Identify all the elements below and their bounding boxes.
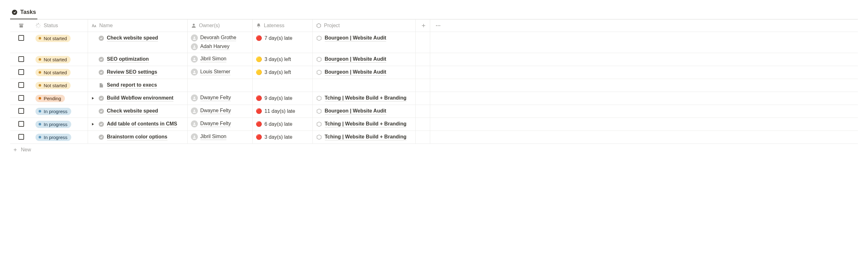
avatar-icon — [191, 95, 198, 101]
plus-icon — [13, 147, 18, 152]
table-row[interactable]: In progressCheck website speedDwayne Fel… — [10, 105, 858, 118]
view-tab-bar: Tasks — [10, 6, 858, 19]
lateness-indicator-icon: 🔴 — [256, 135, 262, 140]
lateness-indicator-icon: 🟡 — [256, 57, 262, 62]
status-pill[interactable]: In progress — [35, 108, 71, 115]
svg-point-21 — [193, 97, 195, 98]
status-pill[interactable]: Pending — [35, 95, 65, 102]
owner-name: Adah Harvey — [200, 44, 230, 50]
owner-chip[interactable]: Jibril Simon — [191, 133, 227, 140]
status-label: Not started — [44, 36, 67, 41]
more-horizontal-icon[interactable] — [435, 23, 441, 29]
table-row[interactable]: Not startedSend report to execs — [10, 79, 858, 92]
task-name[interactable]: Check website speed — [107, 108, 158, 114]
task-name[interactable]: Send report to execs — [107, 82, 157, 89]
column-header-lateness[interactable]: Lateness — [252, 20, 312, 32]
status-label: Not started — [44, 83, 67, 88]
svg-point-23 — [193, 110, 195, 111]
task-name[interactable]: Check website speed — [107, 35, 158, 41]
todo-checkmark-icon — [98, 108, 104, 114]
svg-point-9 — [193, 24, 195, 26]
table-row[interactable]: Not startedCheck website speedDevorah Gr… — [10, 32, 858, 53]
owner-chip[interactable]: Jibril Simon — [191, 56, 227, 63]
plus-icon[interactable] — [421, 23, 426, 29]
row-checkbox[interactable] — [18, 35, 24, 41]
status-dot-icon — [39, 84, 41, 86]
tab-label: Tasks — [20, 9, 36, 15]
column-header-more[interactable] — [430, 20, 858, 32]
owner-chip[interactable]: Dwayne Felty — [191, 107, 231, 114]
status-pill[interactable]: Not started — [35, 35, 70, 42]
task-name[interactable]: Brainstorm color options — [107, 134, 167, 140]
task-name[interactable]: Review SEO settings — [107, 69, 157, 75]
status-label: In progress — [44, 109, 67, 114]
table-row[interactable]: In progressBrainstorm color optionsJibri… — [10, 131, 858, 144]
project-link[interactable]: Bourgeon | Website Audit — [325, 35, 386, 41]
owner-chip[interactable]: Dwayne Felty — [191, 95, 231, 101]
status-label: In progress — [44, 135, 67, 140]
status-pill[interactable]: In progress — [35, 134, 71, 141]
project-link[interactable]: Bourgeon | Website Audit — [325, 108, 386, 114]
row-checkbox[interactable] — [18, 134, 24, 140]
task-name[interactable]: Add table of contents in CMS — [107, 121, 177, 127]
owner-name: Dwayne Felty — [200, 121, 231, 127]
row-checkbox[interactable] — [18, 121, 24, 127]
project-link[interactable]: Tching | Website Build + Branding — [325, 95, 407, 101]
column-header-status[interactable]: Status — [32, 20, 88, 32]
owner-chip[interactable]: Dwayne Felty — [191, 120, 231, 127]
checkmark-circle-icon — [11, 9, 18, 15]
svg-point-12 — [439, 25, 440, 26]
lateness-text: 7 day(s) late — [265, 35, 292, 41]
owner-chip[interactable]: Adah Harvey — [191, 43, 230, 50]
owner-chip[interactable]: Devorah Grothe — [191, 34, 237, 41]
column-header-name[interactable]: Name — [88, 20, 187, 32]
row-checkbox[interactable] — [18, 95, 24, 101]
project-box-icon — [316, 56, 322, 63]
table-row[interactable]: Not startedSEO optimizationJibril Simon🟡… — [10, 53, 858, 66]
status-pill[interactable]: Not started — [35, 82, 70, 89]
todo-checkmark-icon — [98, 56, 104, 63]
row-checkbox[interactable] — [18, 69, 24, 75]
project-link[interactable]: Bourgeon | Website Audit — [325, 56, 386, 63]
new-row-button[interactable]: New — [13, 147, 31, 153]
row-checkbox[interactable] — [18, 56, 24, 62]
owner-name: Dwayne Felty — [200, 95, 231, 101]
avatar-icon — [191, 69, 198, 75]
lateness-text: 11 day(s) late — [265, 108, 296, 114]
task-name[interactable]: Build Webflow environment — [107, 95, 174, 101]
table-row[interactable]: PendingBuild Webflow environmentDwayne F… — [10, 92, 858, 105]
expand-toggle-icon[interactable] — [90, 96, 96, 101]
todo-checkmark-icon — [98, 121, 104, 127]
project-box-icon — [316, 95, 322, 101]
avatar-icon — [191, 43, 198, 50]
project-link[interactable]: Tching | Website Build + Branding — [325, 134, 407, 140]
owner-name: Louis Sterner — [200, 69, 230, 75]
row-checkbox[interactable] — [18, 82, 24, 88]
owner-chip[interactable]: Louis Sterner — [191, 69, 230, 75]
project-link[interactable]: Tching | Website Build + Branding — [325, 121, 407, 127]
status-pill[interactable]: Not started — [35, 69, 70, 76]
svg-point-0 — [12, 9, 18, 15]
task-name[interactable]: SEO optimization — [107, 56, 149, 63]
column-header-owners[interactable]: Owner(s) — [187, 20, 252, 32]
status-pill[interactable]: In progress — [35, 121, 71, 128]
status-pill[interactable]: Not started — [35, 56, 70, 63]
table-row[interactable]: In progressAdd table of contents in CMSD… — [10, 118, 858, 131]
lateness-text: 3 day(s) late — [265, 134, 292, 140]
lateness-indicator-icon: 🔴 — [256, 122, 262, 127]
expand-toggle-icon[interactable] — [90, 121, 96, 127]
owner-name: Devorah Grothe — [200, 35, 237, 41]
column-header-add[interactable] — [415, 20, 430, 32]
tab-tasks[interactable]: Tasks — [10, 6, 37, 19]
lateness-text: 9 day(s) late — [265, 96, 292, 101]
column-header-select[interactable] — [10, 20, 32, 32]
table-row[interactable]: Not startedReview SEO settingsLouis Ster… — [10, 66, 858, 79]
status-label: Not started — [44, 70, 67, 75]
lateness-text: 6 day(s) late — [265, 121, 292, 127]
lateness-indicator-icon: 🔴 — [256, 36, 262, 41]
project-link[interactable]: Bourgeon | Website Audit — [325, 69, 386, 75]
row-checkbox[interactable] — [18, 108, 24, 114]
archive-icon — [18, 23, 24, 29]
status-dot-icon — [39, 123, 41, 126]
column-header-project[interactable]: Project — [312, 20, 415, 32]
